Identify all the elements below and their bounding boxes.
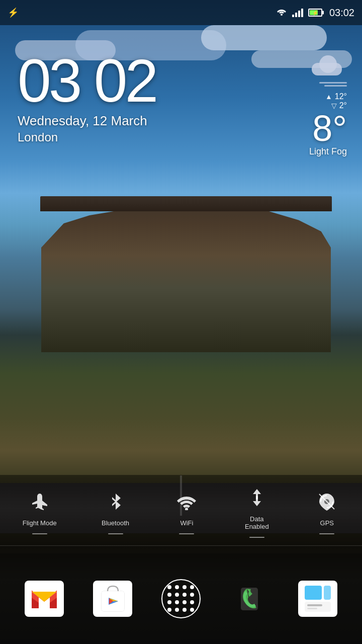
current-temp: 8° bbox=[309, 110, 347, 146]
svg-rect-21 bbox=[324, 586, 331, 600]
svg-point-1 bbox=[185, 508, 188, 510]
flight-mode-indicator bbox=[32, 533, 47, 534]
flight-mode-label: Flight Mode bbox=[23, 519, 57, 527]
weather-condition: Light Fog bbox=[309, 146, 347, 157]
clock-time: 03 02 bbox=[18, 50, 156, 111]
data-label: DataEnabled bbox=[245, 515, 269, 530]
qs-divider bbox=[0, 545, 362, 546]
app-drawer-icon bbox=[161, 579, 201, 618]
phone-icon bbox=[230, 581, 269, 617]
weather-icon bbox=[312, 60, 347, 88]
dock-play-store[interactable] bbox=[93, 581, 132, 617]
status-time: 03:02 bbox=[329, 7, 354, 19]
dock-gmail[interactable] bbox=[25, 581, 64, 617]
gps-label: GPS bbox=[320, 519, 334, 527]
weather-icon-area bbox=[309, 60, 347, 88]
bluetooth-icon bbox=[103, 489, 128, 514]
qs-wifi[interactable]: WiFi bbox=[174, 489, 199, 534]
bluetooth-label: Bluetooth bbox=[102, 519, 129, 527]
bluetooth-indicator bbox=[108, 533, 123, 534]
svg-rect-24 bbox=[307, 608, 317, 609]
qs-flight-mode[interactable]: Flight Mode bbox=[23, 489, 57, 534]
data-icon bbox=[244, 485, 269, 510]
hour-display: 03 bbox=[18, 47, 79, 114]
signal-bars bbox=[292, 8, 303, 17]
status-bar: ⚡ ⚡ 03:02 bbox=[0, 0, 362, 25]
svg-rect-23 bbox=[307, 604, 322, 606]
dock-phone[interactable] bbox=[230, 581, 269, 617]
time-display: 03 02 Wednesday, 12 March London bbox=[18, 50, 156, 144]
dock-app-drawer[interactable] bbox=[161, 579, 201, 618]
quick-settings-panel: Flight Mode Bluetooth W bbox=[0, 475, 362, 553]
dock-people[interactable] bbox=[298, 581, 337, 617]
gps-icon bbox=[314, 489, 339, 514]
date-display: Wednesday, 12 March bbox=[18, 113, 156, 129]
dock bbox=[0, 553, 362, 644]
qs-gps[interactable]: GPS bbox=[314, 489, 339, 534]
location-display: London bbox=[18, 130, 156, 144]
wifi-qs-icon bbox=[174, 489, 199, 514]
wifi-qs-label: WiFi bbox=[180, 519, 193, 527]
wifi-qs-indicator bbox=[179, 533, 194, 534]
people-icon bbox=[298, 581, 337, 617]
qs-bluetooth[interactable]: Bluetooth bbox=[102, 489, 129, 534]
flight-mode-icon bbox=[27, 489, 52, 514]
high-temp: 12° bbox=[335, 92, 347, 101]
data-indicator bbox=[249, 537, 264, 538]
gmail-icon bbox=[25, 581, 64, 617]
high-temp-arrow: ▲ bbox=[325, 93, 332, 101]
dots-grid bbox=[167, 585, 195, 613]
gps-indicator bbox=[319, 533, 334, 534]
weather-widget[interactable]: ▲ 12° ▽ 2° 8° Light Fog bbox=[309, 60, 347, 157]
minute-display: 02 bbox=[94, 47, 156, 114]
play-store-icon bbox=[93, 581, 132, 617]
svg-rect-22 bbox=[305, 602, 331, 612]
wifi-icon-status bbox=[276, 8, 287, 18]
usb-icon: ⚡ bbox=[8, 7, 19, 18]
svg-point-0 bbox=[281, 14, 283, 16]
weather-temps: ▲ 12° ▽ 2° bbox=[309, 92, 347, 110]
qs-data[interactable]: DataEnabled bbox=[244, 485, 269, 538]
battery-icon: ⚡ bbox=[308, 9, 322, 17]
svg-rect-20 bbox=[305, 586, 322, 600]
quick-settings-row: Flight Mode Bluetooth W bbox=[0, 485, 362, 538]
